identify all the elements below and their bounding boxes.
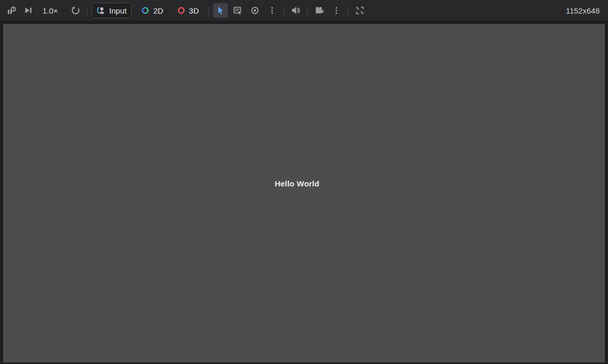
ring-2d-icon bbox=[141, 6, 149, 15]
embed-options-menu-button[interactable] bbox=[329, 3, 344, 18]
ring-3d-icon bbox=[177, 6, 185, 15]
input-mode-toggle[interactable]: Input bbox=[91, 3, 132, 18]
camera-override-button[interactable] bbox=[248, 3, 262, 18]
speaker-icon bbox=[291, 6, 300, 15]
toolbar-separator bbox=[284, 6, 284, 15]
game-toolbar: 1.0× Input 2D bbox=[0, 0, 608, 21]
list-select-icon bbox=[233, 6, 242, 15]
audio-mute-button[interactable] bbox=[288, 3, 303, 18]
camera-3d-label: 3D bbox=[189, 6, 199, 15]
select-cursor-icon bbox=[216, 6, 225, 15]
camera-3d-toggle[interactable]: 3D bbox=[172, 3, 204, 18]
pause-icon bbox=[7, 6, 17, 16]
toolbar-separator bbox=[208, 6, 209, 15]
game-viewport[interactable]: Hello World bbox=[3, 24, 605, 362]
camera-2d-label: 2D bbox=[153, 6, 163, 15]
reload-icon bbox=[71, 6, 80, 15]
viewport-resolution-label: 1152x648 bbox=[566, 6, 600, 15]
toolbar-separator bbox=[348, 6, 348, 15]
fullscreen-button[interactable] bbox=[353, 3, 367, 18]
reload-button[interactable] bbox=[68, 3, 83, 18]
movie-camera-icon bbox=[314, 6, 324, 15]
menu-dots-icon bbox=[268, 6, 276, 15]
list-select-mode-button[interactable] bbox=[230, 3, 245, 18]
playback-speed-value[interactable]: 1.0× bbox=[39, 6, 62, 15]
camera-override-icon bbox=[250, 6, 260, 15]
select-mode-button[interactable] bbox=[213, 3, 228, 18]
menu-dots-icon bbox=[332, 6, 341, 15]
next-frame-icon bbox=[24, 6, 33, 15]
input-mode-label: Input bbox=[109, 6, 126, 15]
next-frame-button[interactable] bbox=[21, 3, 36, 18]
fullscreen-icon bbox=[355, 6, 365, 15]
toolbar-separator bbox=[87, 6, 87, 15]
joystick-icon bbox=[97, 6, 106, 15]
movie-maker-button[interactable] bbox=[312, 3, 326, 18]
pause-button[interactable] bbox=[4, 3, 19, 18]
toolbar-separator bbox=[307, 6, 308, 15]
camera-override-menu-button[interactable] bbox=[265, 3, 279, 18]
camera-2d-toggle[interactable]: 2D bbox=[136, 3, 168, 18]
hello-world-label: Hello World bbox=[275, 179, 319, 188]
